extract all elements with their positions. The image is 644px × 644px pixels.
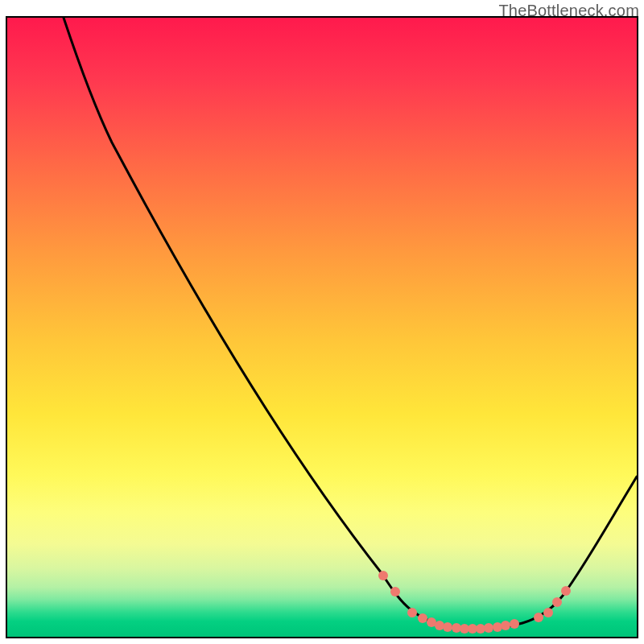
curve-marker (378, 571, 388, 580)
curve-marker (501, 621, 510, 630)
curve-marker (543, 608, 553, 617)
curve-markers (378, 571, 571, 634)
curve-marker (418, 613, 427, 623)
watermark-text: TheBottleneck.com (498, 2, 639, 20)
curve-marker (534, 613, 543, 622)
curve-marker (484, 623, 493, 633)
curve-marker (407, 608, 417, 617)
bottleneck-curve-path (64, 18, 637, 629)
curve-marker (443, 622, 452, 632)
curve-marker (552, 597, 562, 607)
curve-marker (510, 619, 519, 629)
chart-svg (7, 18, 637, 637)
curve-marker (435, 621, 444, 630)
chart-frame (6, 16, 638, 638)
curve-marker (561, 586, 571, 596)
curve-marker (493, 622, 502, 632)
curve-marker (390, 587, 400, 597)
